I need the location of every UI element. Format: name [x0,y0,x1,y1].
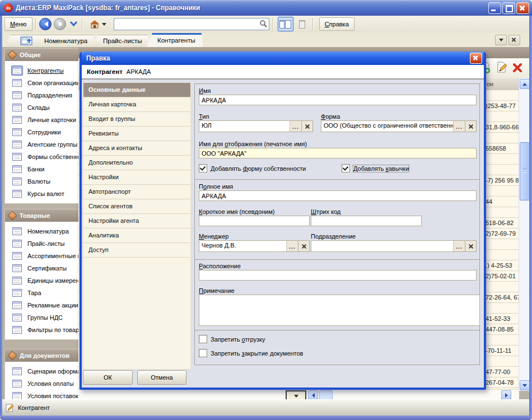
dialog-nav-item[interactable]: Реквизиты [83,127,190,141]
sidebar-item[interactable]: Склады [5,101,78,114]
lookup-clear-button[interactable] [301,121,312,132]
main-toolbar: Меню Спр [2,16,529,33]
sidebar-item[interactable]: Сценарии оформле [5,365,78,377]
full-name-input[interactable] [199,190,477,201]
search-input[interactable] [114,18,269,30]
manager-value[interactable]: Чернов Д.В. [199,241,286,251]
vertical-scroll-thumb[interactable] [520,142,529,200]
block-close-checkbox[interactable] [199,349,207,357]
cancel-button[interactable]: Отмена [137,370,186,385]
add-ownership-label[interactable]: Добавлять форму собственности [211,165,306,172]
search-icon[interactable] [259,20,267,27]
close-button[interactable] [516,2,529,14]
sidebar-item[interactable]: Номенклатура [5,225,78,237]
sidebar-item[interactable]: Курсы валют [5,188,78,200]
sidebar-item[interactable]: Условия оплаты [5,377,78,390]
barcode-input[interactable] [311,216,422,226]
sidebar-item[interactable]: Агентские группы [5,138,78,151]
type-value[interactable]: ЮЛ [199,121,290,132]
short-name-input[interactable] [199,216,310,226]
lookup-clear-button[interactable] [465,121,476,132]
sidebar-item[interactable]: Контрагенты [5,64,78,77]
department-value[interactable] [311,241,453,251]
dialog-nav-item[interactable]: Аналитика [83,228,190,243]
home-button[interactable] [86,18,110,30]
sidebar-item[interactable]: Банки [5,163,78,175]
lookup-ellipsis-button[interactable]: ... [290,121,301,132]
section-header-general[interactable]: Общие [5,49,78,61]
view-single-button[interactable] [295,17,310,31]
dialog-nav-item[interactable]: Автотранспорт [83,185,190,199]
lookup-clear-button[interactable] [298,241,309,251]
dialog-nav-item[interactable]: Список агентов [83,199,190,214]
sidebar-item[interactable]: Формы собственно [5,151,78,163]
add-quotes-label[interactable]: Добавлять кавычки [353,165,409,172]
dialog-close-button[interactable] [470,53,482,64]
sidebar-item[interactable]: Валюты [5,175,78,188]
edit-record-icon[interactable] [496,62,507,74]
location-input[interactable] [199,270,477,281]
block-shipment-checkbox[interactable] [199,335,207,343]
lookup-clear-button[interactable] [465,241,476,251]
table-icon [11,78,23,88]
history-dropdown-button[interactable] [69,20,78,28]
dialog-nav-item[interactable]: Входит в группы [83,112,190,127]
lookup-ellipsis-button[interactable]: ... [453,241,465,251]
dialog-nav-item[interactable]: Доступ [83,243,190,258]
dialog-nav-item[interactable]: Адреса и контакты [83,141,190,156]
dialog-nav-item[interactable]: Основные данные [83,83,190,97]
dialog-nav-item[interactable]: Настройки [83,170,190,185]
display-name-input[interactable] [199,148,477,158]
scroll-down-button[interactable] [520,380,529,390]
dialog-nav-item[interactable]: Настройки агента [83,214,190,228]
note-textarea[interactable] [199,295,480,326]
sidebar-item[interactable]: Тара [5,287,78,299]
view-split-button[interactable] [278,17,293,31]
dialog-nav-item[interactable]: Личная карточка [83,97,190,112]
tab[interactable]: Контрагенты [146,33,203,47]
sidebar-item[interactable]: Условия поставок [5,390,78,400]
name-input[interactable] [199,95,477,105]
add-ownership-checkbox[interactable] [199,164,207,172]
block-close-label[interactable]: Запретить закрытие документов [211,350,303,357]
section-header-documents[interactable]: Для документов [5,349,78,362]
maximize-button[interactable] [502,2,515,14]
ok-button[interactable]: ОК [83,370,133,385]
minimize-button[interactable] [488,2,501,14]
back-button[interactable] [39,18,52,30]
dialog-nav-item[interactable]: Дополнительно [83,156,190,170]
title-bar[interactable]: ds Диста:ERP MaxiPack [sysdba: fr_antare… [0,0,532,16]
scroll-up-button[interactable] [520,79,529,89]
add-quotes-checkbox[interactable] [342,164,350,172]
sidebar-item[interactable]: Сертификаты [5,262,78,274]
sidebar-item[interactable]: Фильтры по товар [5,324,78,336]
section-header-goods[interactable]: Товарные [5,209,78,222]
scroll-right-button[interactable] [501,390,511,400]
forward-button[interactable] [54,18,66,30]
lookup-ellipsis-button[interactable]: ... [453,121,465,132]
delete-record-icon[interactable] [512,63,522,73]
tab[interactable]: Прайс-листы [92,35,150,47]
tab-list-dropdown-button[interactable] [495,35,507,45]
sidebar-item[interactable]: Подразделения [5,89,78,101]
sidebar-item[interactable]: Сотрудники [5,126,78,138]
record-dropdown-button[interactable] [286,390,306,400]
sidebar-item[interactable]: Свои организации [5,77,78,89]
block-shipment-label[interactable]: Запретить отгрузку [211,336,265,343]
lookup-ellipsis-button[interactable]: ... [286,241,298,251]
sidebar-item[interactable]: Единицы измерени [5,274,78,287]
sidebar-item[interactable]: Прайс-листы [5,237,78,250]
sidebar-item[interactable]: Личные карточки [5,114,78,126]
sidebar-item[interactable]: Ассортиментные гр [5,250,78,262]
tab[interactable]: Номенклатура [33,35,95,47]
menu-button[interactable]: Меню [4,17,32,31]
vertical-scrollbar[interactable] [519,78,529,391]
sidebar-item[interactable]: Рекламные акции [5,299,78,311]
horizontal-scroll-thumb[interactable] [319,390,333,400]
scroll-left-button[interactable] [308,390,318,400]
dialog-title-bar[interactable]: Правка [82,52,484,65]
tab-close-button[interactable] [508,35,520,45]
help-button[interactable]: Справка [319,17,354,31]
sidebar-item[interactable]: Группы НДС [5,311,78,324]
form-value[interactable]: ООО (Общество с ограниченной ответственн… [321,121,453,132]
